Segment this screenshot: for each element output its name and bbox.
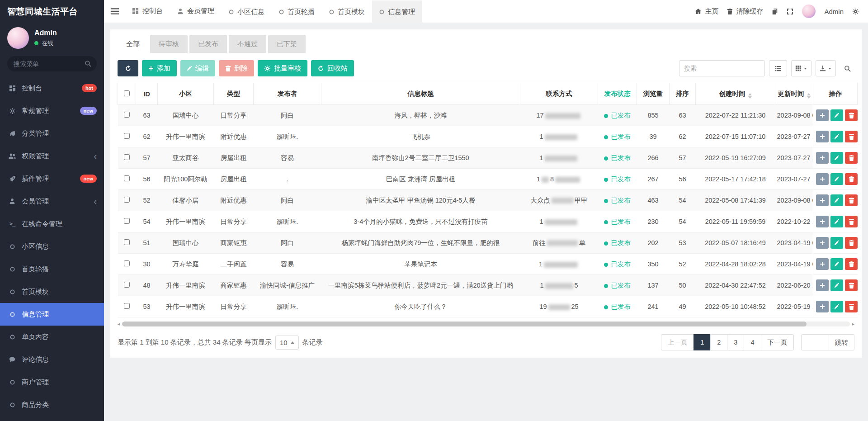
search-toggle-button[interactable]: [840, 60, 854, 76]
sidebar-item-info[interactable]: 信息管理: [0, 303, 104, 326]
more-button[interactable]: [816, 173, 829, 185]
row-checkbox[interactable]: [124, 303, 130, 309]
page-size-select[interactable]: 10: [275, 336, 299, 350]
topbar-username[interactable]: Admin: [824, 8, 844, 15]
more-button[interactable]: [816, 237, 829, 249]
language-icon[interactable]: [772, 8, 778, 15]
menu-toggle-icon[interactable]: [104, 8, 125, 15]
scrollbar-thumb[interactable]: [122, 322, 807, 326]
horizontal-scrollbar[interactable]: ◂ ▸: [118, 321, 854, 327]
filter-tab-2[interactable]: 已发布: [189, 35, 227, 53]
menu-search-input[interactable]: [7, 56, 97, 71]
filter-tab-0[interactable]: 全部: [118, 35, 148, 53]
filter-tab-4[interactable]: 已下架: [268, 35, 306, 53]
more-button[interactable]: [816, 279, 829, 291]
edit-row-button[interactable]: [830, 301, 843, 312]
sidebar-item-merchant[interactable]: 商户管理: [0, 371, 104, 393]
topbar-avatar[interactable]: [802, 5, 816, 18]
more-button[interactable]: [816, 301, 829, 312]
page-jump-button[interactable]: 跳转: [829, 334, 854, 350]
page-button-2[interactable]: 2: [710, 334, 727, 350]
fullscreen-icon[interactable]: [787, 8, 793, 15]
batch-audit-button[interactable]: 批量审核: [258, 60, 307, 76]
delete-row-button[interactable]: [845, 194, 858, 206]
edit-row-button[interactable]: [830, 279, 843, 291]
delete-row-button[interactable]: [845, 131, 858, 142]
edit-row-button[interactable]: [830, 173, 843, 185]
detail-view-button[interactable]: [769, 60, 787, 76]
edit-row-button[interactable]: [830, 194, 843, 206]
clear-cache-link[interactable]: 清除缓存: [727, 7, 763, 16]
column-header-updated[interactable]: 更新时间: [775, 83, 813, 105]
sidebar-item-command[interactable]: >_在线命令管理: [0, 213, 104, 235]
delete-row-button[interactable]: [845, 173, 858, 185]
edit-row-button[interactable]: [830, 109, 843, 121]
recycle-bin-button[interactable]: 回收站: [311, 60, 354, 76]
page-jump-input[interactable]: [801, 334, 829, 350]
row-checkbox[interactable]: [124, 112, 130, 118]
delete-row-button[interactable]: [845, 301, 858, 312]
more-button[interactable]: [816, 152, 829, 164]
row-checkbox[interactable]: [124, 175, 130, 181]
delete-row-button[interactable]: [845, 258, 858, 270]
sidebar-item-comment[interactable]: 评论信息: [0, 348, 104, 371]
row-checkbox[interactable]: [124, 239, 130, 245]
sidebar-item-member[interactable]: 会员管理‹: [0, 190, 104, 213]
row-checkbox[interactable]: [124, 260, 130, 266]
delete-row-button[interactable]: [845, 216, 858, 227]
row-checkbox[interactable]: [124, 133, 130, 139]
sidebar-item-page[interactable]: 单页内容: [0, 326, 104, 348]
more-button[interactable]: [816, 109, 829, 121]
topbar-tab-member[interactable]: 会员管理: [170, 0, 222, 23]
edit-row-button[interactable]: [830, 258, 843, 270]
topbar-tab-community[interactable]: 小区信息: [222, 0, 272, 24]
filter-tab-1[interactable]: 待审核: [150, 35, 188, 53]
delete-row-button[interactable]: [845, 279, 858, 291]
prev-page-button[interactable]: 上一页: [661, 334, 694, 350]
edit-row-button[interactable]: [830, 131, 843, 142]
more-button[interactable]: [816, 258, 829, 270]
sidebar-item-console[interactable]: 控制台hot: [0, 77, 104, 99]
topbar-tab-console[interactable]: 控制台: [125, 0, 170, 23]
delete-row-button[interactable]: [845, 109, 858, 121]
add-button[interactable]: 添加: [142, 60, 177, 76]
row-checkbox[interactable]: [124, 218, 130, 224]
edit-row-button[interactable]: [830, 216, 843, 227]
refresh-button[interactable]: [118, 60, 138, 76]
row-checkbox[interactable]: [124, 282, 130, 288]
select-all-checkbox[interactable]: [124, 90, 130, 96]
sidebar-item-general[interactable]: 常规管理new: [0, 99, 104, 122]
settings-gear-icon[interactable]: [852, 8, 859, 15]
page-button-4[interactable]: 4: [744, 334, 761, 350]
table-search-input[interactable]: [679, 60, 765, 76]
user-panel[interactable]: Admin 在线: [0, 24, 104, 52]
home-link[interactable]: 主页: [695, 7, 718, 16]
topbar-tab-banner[interactable]: 首页轮播: [272, 0, 322, 24]
sidebar-item-goods[interactable]: 商品分类: [0, 393, 104, 416]
row-checkbox[interactable]: [124, 154, 130, 160]
topbar-tab-module[interactable]: 首页模块: [322, 0, 372, 24]
page-button-3[interactable]: 3: [727, 334, 744, 350]
columns-toggle-button[interactable]: [791, 60, 811, 76]
topbar-tab-info[interactable]: 信息管理: [372, 0, 422, 24]
delete-row-button[interactable]: [845, 237, 858, 249]
sidebar-item-category[interactable]: 分类管理: [0, 122, 104, 145]
row-checkbox[interactable]: [124, 197, 130, 203]
edit-button[interactable]: 编辑: [180, 60, 215, 76]
sidebar-item-module[interactable]: 首页模块: [0, 280, 104, 303]
filter-tab-3[interactable]: 不通过: [229, 35, 266, 53]
export-button[interactable]: [816, 60, 836, 76]
next-page-button[interactable]: 下一页: [761, 334, 794, 350]
column-header-created[interactable]: 创建时间: [696, 83, 775, 105]
more-button[interactable]: [816, 216, 829, 227]
more-button[interactable]: [816, 131, 829, 142]
delete-button[interactable]: 删除: [219, 60, 254, 76]
sidebar-item-auth[interactable]: 权限管理‹: [0, 145, 104, 167]
page-button-1[interactable]: 1: [693, 334, 711, 350]
sidebar-item-community[interactable]: 小区信息: [0, 235, 104, 258]
sidebar-item-banner[interactable]: 首页轮播: [0, 258, 104, 280]
sidebar-item-addon[interactable]: 插件管理new: [0, 167, 104, 190]
edit-row-button[interactable]: [830, 152, 843, 164]
delete-row-button[interactable]: [845, 152, 858, 164]
more-button[interactable]: [816, 194, 829, 206]
